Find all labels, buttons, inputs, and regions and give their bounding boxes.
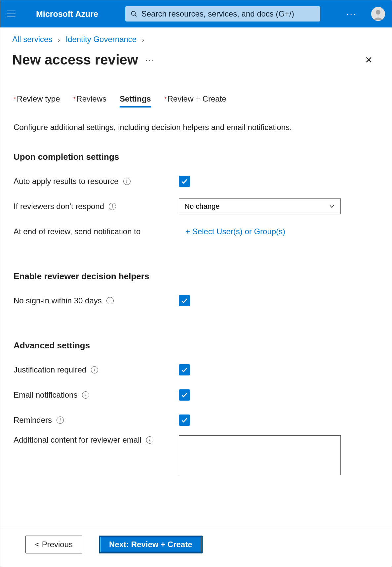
- breadcrumb-link[interactable]: All services: [12, 35, 52, 44]
- checkbox-no-signin[interactable]: [179, 295, 190, 306]
- textarea-additional-content[interactable]: [179, 435, 341, 475]
- select-value: No change: [184, 202, 219, 211]
- row-reminders: Reminders i: [14, 410, 378, 430]
- svg-line-1: [135, 15, 137, 17]
- label-notify: At end of review, send notification to: [14, 227, 140, 236]
- checkbox-email-notifications[interactable]: [179, 389, 190, 401]
- info-icon[interactable]: i: [123, 178, 131, 185]
- svg-point-3: [376, 10, 380, 15]
- info-icon[interactable]: i: [106, 297, 114, 304]
- checkbox-justification[interactable]: [179, 364, 190, 375]
- info-icon[interactable]: i: [82, 391, 89, 399]
- chevron-right-icon: ›: [142, 36, 144, 43]
- next-button[interactable]: Next: Review + Create: [99, 536, 202, 553]
- section-heading-completion: Upon completion settings: [14, 152, 378, 162]
- info-icon[interactable]: i: [91, 366, 98, 373]
- hamburger-icon[interactable]: [7, 11, 16, 17]
- brand-label: Microsoft Azure: [36, 9, 98, 19]
- chevron-right-icon: ›: [58, 36, 60, 43]
- label-email-notifications: Email notifications: [14, 390, 77, 400]
- row-justification: Justification required i: [14, 360, 378, 380]
- label-auto-apply: Auto apply results to resource: [14, 177, 119, 186]
- info-icon[interactable]: i: [57, 416, 64, 424]
- close-icon[interactable]: ✕: [365, 55, 372, 65]
- footer-bar: < Previous Next: Review + Create: [0, 527, 392, 567]
- checkbox-auto-apply[interactable]: [179, 176, 190, 187]
- select-no-respond[interactable]: No change: [179, 198, 341, 214]
- tab-reviews[interactable]: *Reviews: [73, 94, 107, 108]
- section-heading-helpers: Enable reviewer decision helpers: [14, 271, 378, 282]
- search-input[interactable]: [141, 9, 315, 19]
- row-email-notifications: Email notifications i: [14, 385, 378, 405]
- chevron-down-icon: [329, 203, 335, 210]
- label-reminders: Reminders: [14, 415, 52, 425]
- svg-point-0: [132, 11, 136, 15]
- title-bar: New access review ··· ✕: [0, 44, 392, 68]
- previous-button[interactable]: < Previous: [25, 536, 82, 553]
- link-select-users[interactable]: + Select User(s) or Group(s): [179, 227, 285, 236]
- label-additional-content: Additional content for reviewer email: [14, 435, 141, 445]
- search-icon: [131, 10, 137, 18]
- user-icon: [371, 7, 385, 21]
- info-icon[interactable]: i: [109, 203, 116, 210]
- row-no-respond: If reviewers don't respond i No change: [14, 196, 378, 216]
- title-more-icon[interactable]: ···: [145, 55, 155, 65]
- checkbox-reminders[interactable]: [179, 414, 190, 426]
- tab-review-type[interactable]: *Review type: [14, 94, 60, 108]
- tab-settings[interactable]: Settings: [120, 94, 151, 108]
- tab-description: Configure additional settings, including…: [14, 123, 378, 132]
- top-bar: Microsoft Azure ···: [0, 0, 392, 27]
- avatar[interactable]: [371, 7, 385, 21]
- row-auto-apply: Auto apply results to resource i: [14, 171, 378, 191]
- tab-bar: *Review type *Reviews Settings *Review +…: [14, 94, 378, 109]
- breadcrumb: All services › Identity Governance ›: [0, 27, 392, 44]
- label-no-signin: No sign-in within 30 days: [14, 296, 102, 305]
- search-box[interactable]: [125, 6, 320, 22]
- breadcrumb-link[interactable]: Identity Governance: [65, 35, 137, 44]
- scroll-area[interactable]: *Review type *Reviews Settings *Review +…: [0, 81, 392, 527]
- row-additional-content: Additional content for reviewer email i: [14, 435, 378, 476]
- page-title: New access review: [12, 52, 138, 68]
- info-icon[interactable]: i: [146, 436, 153, 444]
- tab-review-create[interactable]: *Review + Create: [164, 94, 226, 108]
- label-justification: Justification required: [14, 365, 86, 374]
- row-no-signin: No sign-in within 30 days i: [14, 291, 378, 311]
- label-no-respond: If reviewers don't respond: [14, 202, 104, 211]
- row-notify: At end of review, send notification to +…: [14, 222, 378, 241]
- section-heading-advanced: Advanced settings: [14, 340, 378, 351]
- more-icon[interactable]: ···: [339, 9, 364, 19]
